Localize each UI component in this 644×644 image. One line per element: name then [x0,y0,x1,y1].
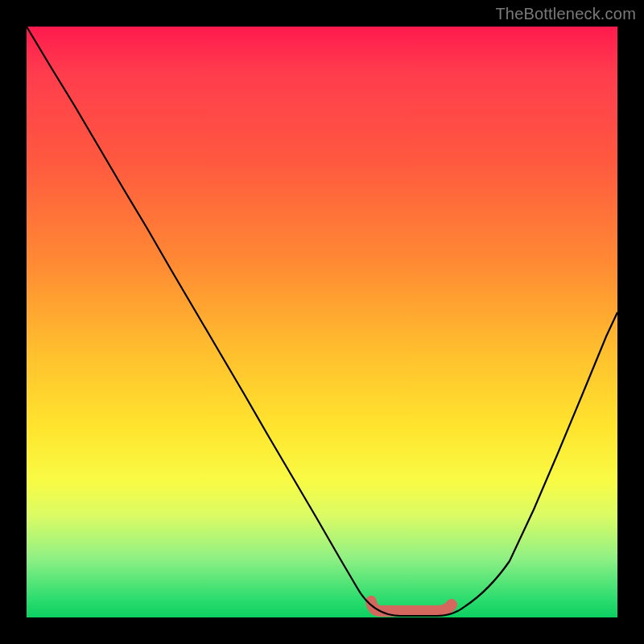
optimal-range-marker [371,601,452,611]
watermark-text: TheBottleneck.com [495,5,636,23]
bottleneck-curve [27,27,617,616]
chart-svg [27,27,617,617]
chart-container: TheBottleneck.com [0,0,644,644]
plot-area [27,27,617,617]
